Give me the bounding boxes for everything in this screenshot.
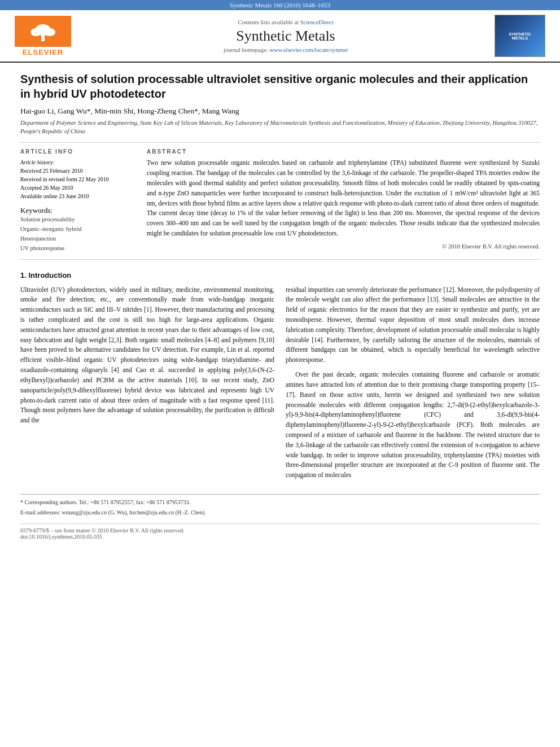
abstract-col: ABSTRACT Two new solution processable or…	[147, 148, 540, 253]
journal-title: Synthetic Metals	[77, 28, 495, 45]
keyword-3: Heterojunction	[20, 234, 133, 244]
elsevier-tree-logo	[15, 16, 71, 47]
top-banner: Synthetic Metals 160 (2010) 1648–1653	[0, 0, 560, 10]
banner-text: Synthetic Metals 160 (2010) 1648–1653	[230, 2, 330, 8]
journal-header: ELSEVIER Contents lists available at Sci…	[0, 10, 560, 63]
body-col2-p1: residual impurities can severely deterio…	[286, 285, 540, 366]
svg-point-4	[44, 28, 55, 36]
doi-text: doi:10.1016/j.synthmet.2010.05.035	[20, 534, 185, 540]
authors: Hai-guo Li, Gang Wu*, Min-min Shi, Hong-…	[20, 107, 540, 116]
history-label: Article history:	[20, 158, 133, 167]
body-section: 1. Introduction Ultraviolet (UV) photode…	[20, 271, 540, 485]
keywords-section: Keywords: Solution processability Organi…	[20, 206, 133, 253]
abstract-label: ABSTRACT	[147, 148, 540, 155]
available-date: Available online 23 June 2010	[20, 192, 133, 200]
journal-cover-area: SYNTHETICMETALS	[495, 15, 551, 57]
elsevier-wordmark: ELSEVIER	[23, 48, 63, 56]
authors-text: Hai-guo Li, Gang Wu*, Min-min Shi, Hong-…	[20, 107, 239, 115]
keyword-4: UV photoresponse	[20, 244, 133, 254]
accepted-date: Accepted 26 May 2010	[20, 184, 133, 192]
keywords-list: Solution processability Organic–inorgani…	[20, 215, 133, 253]
section1-heading: 1. Introduction	[20, 271, 540, 279]
revised-date: Received in revised form 22 May 2010	[20, 175, 133, 184]
sciencedirect-link[interactable]: ScienceDirect	[300, 19, 334, 25]
cover-text: SYNTHETICMETALS	[506, 30, 533, 42]
body-col-left: Ultraviolet (UV) photodetectors, widely …	[20, 285, 274, 485]
abstract-text: Two new solution processable organic mol…	[147, 158, 540, 239]
corresponding-author: * Corresponding authors. Tel.: +86 571 8…	[20, 498, 540, 506]
email-addresses: E-mail addresses: wmang@zju.edu.cn (G. W…	[20, 508, 540, 517]
article-info-col: ARTICLE INFO Article history: Received 2…	[20, 148, 133, 253]
contents-line: Contents lists available at ScienceDirec…	[77, 19, 495, 25]
homepage-link[interactable]: www.elsevier.com/locate/synmet	[269, 47, 348, 53]
elsevier-logo-area: ELSEVIER	[9, 16, 77, 56]
keywords-label: Keywords:	[20, 206, 133, 215]
journal-homepage: journal homepage: www.elsevier.com/locat…	[77, 47, 495, 53]
footnotes-section: * Corresponding authors. Tel.: +86 571 8…	[20, 494, 540, 517]
issn-text: 0379-6779/$ – see front matter © 2010 El…	[20, 527, 185, 534]
issn-line: 0379-6779/$ – see front matter © 2010 El…	[20, 527, 185, 540]
body-col1-p1: Ultraviolet (UV) photodetectors, widely …	[20, 285, 274, 426]
article-history: Article history: Received 25 February 20…	[20, 158, 133, 200]
copyright-line: © 2010 Elsevier B.V. All rights reserved…	[147, 243, 540, 250]
svg-point-3	[30, 28, 42, 36]
affiliation: Department of Polymer Science and Engine…	[20, 119, 540, 136]
article-content: Synthesis of solution processable ultrav…	[0, 63, 560, 549]
journal-cover: SYNTHETICMETALS	[495, 15, 545, 57]
bottom-bar: 0379-6779/$ – see front matter © 2010 El…	[20, 523, 540, 540]
body-col-right: residual impurities can severely deterio…	[286, 285, 540, 485]
article-title: Synthesis of solution processable ultrav…	[20, 72, 540, 101]
keyword-1: Solution processability	[20, 215, 133, 225]
keyword-2: Organic–inorganic hybrid	[20, 225, 133, 234]
journal-header-center: Contents lists available at ScienceDirec…	[77, 19, 495, 53]
received-date: Received 25 February 2010	[20, 167, 133, 175]
article-info-label: ARTICLE INFO	[20, 148, 133, 155]
article-meta-section: ARTICLE INFO Article history: Received 2…	[20, 148, 540, 253]
body-two-col: Ultraviolet (UV) photodetectors, widely …	[20, 285, 540, 485]
divider-1	[20, 142, 540, 143]
elsevier-logo: ELSEVIER	[9, 16, 77, 56]
divider-2	[20, 259, 540, 260]
body-col2-p2: Over the past decade, organic molecules …	[286, 370, 540, 480]
